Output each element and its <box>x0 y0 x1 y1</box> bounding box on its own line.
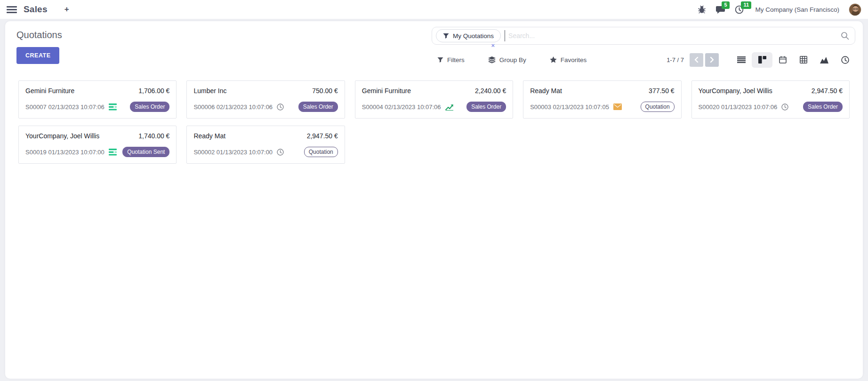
create-button[interactable]: CREATE <box>16 47 59 64</box>
quotation-card[interactable]: Gemini Furniture 1,706.00 € S00007 02/13… <box>18 80 177 119</box>
view-switcher <box>731 52 855 68</box>
status-badge: Quotation Sent <box>122 147 169 157</box>
search-facet-my-quotations[interactable]: My Quotations × <box>436 29 501 42</box>
debug-bug-icon[interactable] <box>698 5 706 14</box>
favorites-button[interactable]: Favorites <box>550 56 587 64</box>
star-icon <box>550 56 557 63</box>
view-calendar-button[interactable] <box>772 52 793 68</box>
quotation-card[interactable]: YourCompany, Joel Willis 1,740.00 € S000… <box>18 126 177 164</box>
trend-up-icon[interactable] <box>445 103 454 111</box>
order-reference: S00004 02/13/2023 10:07:06 <box>362 103 441 111</box>
pivot-view-icon <box>800 56 807 64</box>
view-kanban-button[interactable] <box>752 52 772 68</box>
view-list-button[interactable] <box>731 52 752 68</box>
chevron-left-icon <box>694 57 699 63</box>
customer-name: YourCompany, Joel Willis <box>25 132 99 140</box>
graph-view-icon <box>820 56 828 64</box>
amount: 2,947.50 € <box>812 87 843 95</box>
search-options-row: Filters Group By Favorites 1-7 / 7 <box>432 51 855 68</box>
chevron-right-icon <box>710 57 714 63</box>
clock-icon[interactable] <box>781 103 788 111</box>
activity-view-icon <box>841 56 849 64</box>
view-activity-button[interactable] <box>835 52 855 68</box>
pager: 1-7 / 7 <box>667 53 719 67</box>
calendar-view-icon <box>779 56 787 64</box>
quotation-card[interactable]: YourCompany, Joel Willis 2,947.50 € S000… <box>691 80 850 119</box>
apps-menu-icon[interactable] <box>7 4 17 15</box>
top-navbar: Sales + 5 11 My Company (San Francisco) <box>0 0 868 19</box>
list-view-icon <box>737 56 746 63</box>
customer-name: YourCompany, Joel Willis <box>699 87 772 95</box>
filter-funnel-icon <box>443 33 449 39</box>
pager-previous-button[interactable] <box>690 53 703 67</box>
quotation-card[interactable]: Gemini Furniture 2,240.00 € S00004 02/13… <box>355 80 513 119</box>
order-reference: S00003 02/13/2023 10:07:05 <box>530 103 609 111</box>
status-badge: Sales Order <box>803 102 843 112</box>
filter-funnel-icon <box>437 57 443 63</box>
order-reference: S00020 01/13/2023 10:07:06 <box>699 103 778 111</box>
view-pivot-button[interactable] <box>793 52 814 68</box>
status-badge: Sales Order <box>298 102 338 112</box>
view-graph-button[interactable] <box>814 52 835 68</box>
quotation-card[interactable]: Ready Mat 377.50 € S00003 02/13/2023 10:… <box>523 80 681 119</box>
company-switcher[interactable]: My Company (San Francisco) <box>755 6 839 13</box>
amount: 2,240.00 € <box>475 87 506 95</box>
messages-count-badge: 5 <box>722 1 729 9</box>
order-reference: S00006 02/13/2023 10:07:06 <box>193 103 273 111</box>
status-badge: Quotation <box>641 102 675 112</box>
pager-value[interactable]: 1-7 / 7 <box>667 56 684 64</box>
amount: 377.50 € <box>649 87 675 95</box>
order-reference: S00007 02/13/2023 10:07:06 <box>25 103 104 111</box>
customer-name: Gemini Furniture <box>362 87 411 95</box>
app-name[interactable]: Sales <box>24 4 48 15</box>
status-badge: Sales Order <box>130 102 169 112</box>
amount: 2,947.50 € <box>307 132 338 140</box>
customer-name: Lumber Inc <box>193 87 226 95</box>
quotation-card[interactable]: Lumber Inc 750.00 € S00006 02/13/2023 10… <box>186 80 345 119</box>
order-reference: S00019 01/13/2023 10:07:00 <box>25 149 104 156</box>
search-placeholder: Search... <box>508 32 841 40</box>
green-list-icon[interactable] <box>109 149 117 156</box>
filters-button[interactable]: Filters <box>437 56 465 64</box>
customer-name: Ready Mat <box>193 132 225 140</box>
customer-name: Ready Mat <box>530 87 562 95</box>
customer-name: Gemini Furniture <box>25 87 74 95</box>
status-badge: Sales Order <box>466 102 506 112</box>
control-panel: Quotations CREATE My Quotations × Search… <box>5 21 863 70</box>
messages-button[interactable]: 5 <box>715 5 725 14</box>
user-avatar[interactable] <box>849 3 861 16</box>
group-by-button[interactable]: Group By <box>488 56 526 64</box>
kanban-view-icon <box>758 56 766 64</box>
content-panel: Quotations CREATE My Quotations × Search… <box>5 21 863 379</box>
activities-count-badge: 11 <box>741 1 751 9</box>
text-cursor <box>505 30 505 41</box>
activities-button[interactable]: 11 <box>735 5 744 14</box>
clock-icon[interactable] <box>277 149 284 156</box>
page-title: Quotations <box>16 30 62 40</box>
facet-remove-icon[interactable]: × <box>491 42 495 48</box>
order-reference: S00002 01/13/2023 10:07:00 <box>193 149 273 156</box>
layers-icon <box>488 56 496 64</box>
status-badge: Quotation <box>304 147 338 157</box>
amount: 750.00 € <box>312 87 338 95</box>
pager-next-button[interactable] <box>705 53 719 67</box>
kanban-view: Gemini Furniture 1,706.00 € S00007 02/13… <box>5 70 863 174</box>
clock-icon[interactable] <box>277 103 284 111</box>
search-input[interactable]: My Quotations × Search... <box>432 27 855 45</box>
search-icon[interactable] <box>841 32 849 40</box>
envelope-icon[interactable] <box>613 103 622 110</box>
new-tab-button[interactable]: + <box>64 5 69 14</box>
facet-label: My Quotations <box>453 32 494 40</box>
green-list-icon[interactable] <box>109 103 117 111</box>
amount: 1,740.00 € <box>138 132 169 140</box>
quotation-card[interactable]: Ready Mat 2,947.50 € S00002 01/13/2023 1… <box>186 126 345 164</box>
amount: 1,706.00 € <box>138 87 169 95</box>
